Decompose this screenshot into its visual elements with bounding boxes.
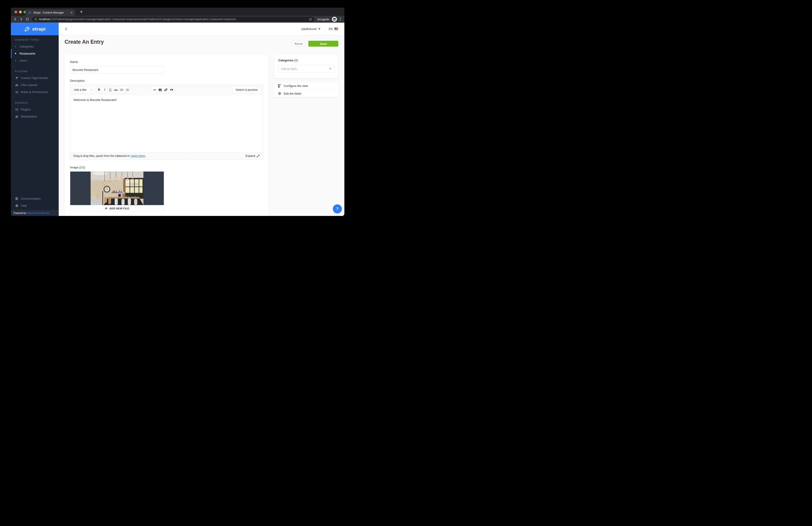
view-actions-card: Configure the view Edit the fields [274,82,338,97]
bold-icon: B [98,88,100,92]
back-chevron-button[interactable] [63,26,69,32]
reload-button[interactable] [26,17,29,21]
sliders-icon [278,85,281,87]
ordered-list-button[interactable]: 12 [125,87,130,93]
question-circle-icon: ? [15,204,18,207]
select-placeholder: Add an item... [281,67,299,71]
gear-icon [278,92,281,95]
page-title: Create An Entry [64,39,104,45]
svg-text:?: ? [16,205,17,207]
us-flag-icon [334,28,338,30]
svg-text:2: 2 [126,90,127,91]
sidebar-item-documentation[interactable]: Documentation [11,195,59,202]
app-header: paulbocuse EN [59,22,344,35]
sidebar-item-help[interactable]: ? Help [11,202,59,209]
reset-button[interactable]: Reset [292,41,305,47]
switch-to-preview-button[interactable]: Switch to preview [232,87,261,93]
sidebar-item-files-upload[interactable]: Files Upload [11,81,59,89]
site-info-icon[interactable] [34,18,38,21]
underline-button[interactable]: U [107,87,113,93]
powered-by-label: Powered by [14,212,26,214]
bookmark-star-icon[interactable] [309,18,312,21]
tab-strip: Strapi - Content Manager ✕ + [11,8,344,16]
paint-brush-icon [15,76,18,79]
name-label: Name [70,60,263,64]
unordered-list-icon [120,89,123,91]
left-sidebar: strapi CONTENT TYPES Categories Restaura… [11,22,59,216]
insert-button-group: <> [151,87,174,93]
image-icon [159,89,162,91]
description-label: Description [70,79,263,82]
configure-view-label: Configure the view [284,84,308,88]
sidebar-item-categories[interactable]: Categories [11,43,59,50]
edit-fields-link[interactable]: Edit the fields [274,90,338,97]
new-tab-button[interactable]: + [78,9,84,15]
help-button[interactable]: ? [333,205,342,213]
sidebar-item-label: Categories [19,45,34,48]
sidebar-item-marketplace[interactable]: Marketplace [11,113,59,120]
editor-textarea[interactable]: Welcome to Biscotte Restaurant! [70,95,263,152]
bold-button[interactable]: B [96,87,102,93]
stepper-arrows-icon [91,89,92,91]
header-divider [72,22,72,35]
title-style-select[interactable]: Add a title [72,87,94,93]
strapi-version-link[interactable]: Strapi v3.0.0-next.33 [27,212,49,214]
add-category-select[interactable]: Add an item... [278,65,334,73]
insert-link-button[interactable] [163,87,169,93]
brand-name: strapi [32,26,45,32]
categories-title: Categories (0) [278,59,334,62]
categories-card: Categories (0) Add an item... [274,55,338,78]
url-path: :1337/admin/plugins/content-manager/appl… [50,18,236,21]
sidebar-item-users[interactable]: Users [11,57,59,64]
unordered-list-button[interactable] [119,87,125,93]
insert-image-button[interactable] [157,87,163,93]
sidebar-item-roles-permissions[interactable]: Roles & Permissions [11,89,59,95]
window-close-button[interactable] [14,11,17,13]
image-label: Image (1/1) [70,166,263,169]
underline-icon: U [109,88,112,92]
username: paulbocuse [302,27,317,31]
sidebar-item-restaurants[interactable]: Restaurants [11,50,59,57]
sidebar-item-content-type-builder[interactable]: Content Type Builder [11,74,59,81]
expand-icon [257,154,260,157]
forward-button[interactable] [19,17,23,21]
add-new-file-button[interactable]: ADD NEW FILE [70,205,164,211]
sidebar-item-plugins[interactable]: Plugins [11,106,59,113]
close-tab-button[interactable]: ✕ [70,11,73,14]
shopping-basket-icon [15,115,18,118]
categories-count: (0) [294,59,298,62]
strapi-logo[interactable]: strapi [11,22,59,35]
sidebar-item-label: Content Type Builder [21,76,48,80]
save-button[interactable]: Save [308,41,338,47]
sidebar-item-label: Help [21,204,27,207]
sidebar-item-label: Marketplace [21,115,37,118]
sidebar-bottom-links: Documentation ? Help [11,195,59,209]
strapi-rocket-icon [24,27,30,32]
browser-menu-button[interactable] [340,17,341,21]
locale-label: EN [329,27,333,31]
expand-button[interactable]: Expand [246,154,260,157]
strapi-admin: strapi CONTENT TYPES Categories Restaura… [11,22,344,216]
drag-drop-text: Drag & drop files, paste from the clipbo… [73,154,130,157]
users-icon [15,91,18,93]
select-them-link[interactable]: select them [131,154,145,157]
name-input[interactable] [70,66,164,74]
blockquote-button[interactable] [169,87,174,93]
configure-view-link[interactable]: Configure the view [274,82,338,90]
code-button[interactable]: <> [151,87,158,93]
user-menu[interactable]: paulbocuse [302,27,321,31]
sidebar-footer: Powered by Strapi v3.0.0-next.33 [11,210,59,216]
url-bar[interactable]: localhost:1337/admin/plugins/content-man… [32,17,314,22]
strikethrough-button[interactable]: abc [113,87,119,93]
browser-tab[interactable]: Strapi - Content Manager ✕ [25,9,75,16]
add-file-label: ADD NEW FILE [110,207,129,210]
sidebar-item-label: Users [19,59,27,62]
remove-file-link[interactable]: Remove this file [143,215,164,216]
link-icon [164,88,168,91]
locale-switcher[interactable]: EN [329,27,338,31]
italic-button[interactable]: I [102,87,107,93]
window-minimize-button[interactable] [19,11,22,13]
book-icon [15,197,18,200]
back-button[interactable] [13,17,17,21]
editor-toolbar: Add a title B I U abc [70,85,263,95]
